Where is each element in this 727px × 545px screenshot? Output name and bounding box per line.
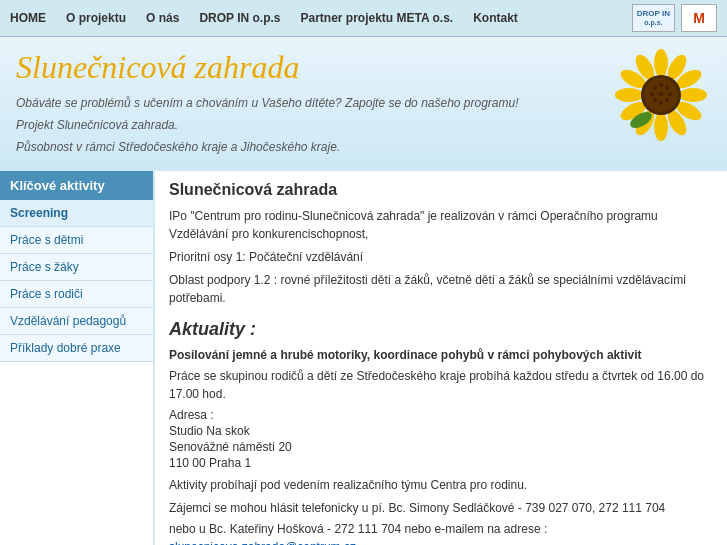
email-link[interactable]: slunecnicova.zahrada@centrum.cz (169, 540, 356, 545)
content-title: Slunečnicová zahrada (169, 181, 713, 199)
sidebar-item-vzdelavani-pedagogu[interactable]: Vzdělávání pedagogů (0, 308, 153, 335)
main-content: Slunečnicová zahrada IPo "Centrum pro ro… (153, 171, 727, 545)
svg-point-17 (650, 92, 654, 96)
hero-text: Obáváte se problémů s učením a chováním … (16, 94, 711, 158)
svg-point-9 (615, 88, 643, 102)
svg-point-3 (679, 88, 707, 102)
sidebar-item-prace-s-detmi[interactable]: Práce s dětmi (0, 227, 153, 254)
sunflower-image (611, 45, 711, 145)
svg-point-19 (668, 92, 672, 96)
site-title: Slunečnicová zahrada (16, 49, 711, 86)
nav-logos: DROP INo.p.s. M (632, 4, 717, 32)
sidebar-item-screening[interactable]: Screening (0, 200, 153, 227)
sidebar: Klíčové aktivity Screening Práce s dětmi… (0, 171, 153, 545)
logo-drop-in: DROP INo.p.s. (632, 4, 675, 32)
nav-meta[interactable]: Partner projektu META o.s. (301, 11, 454, 25)
contact-line-2: nebo u Bc. Kateřiny Hošková - 272 111 70… (169, 520, 713, 545)
svg-point-0 (654, 49, 668, 77)
nav-home[interactable]: HOME (10, 11, 46, 25)
sidebar-item-priklady-dobre-praxe[interactable]: Příklady dobré praxe (0, 335, 153, 362)
svg-point-22 (659, 101, 663, 105)
svg-point-14 (659, 83, 663, 87)
svg-point-15 (653, 86, 657, 90)
main-layout: Klíčové aktivity Screening Práce s dětmi… (0, 171, 727, 545)
address-line-2: Senovážné náměstí 20 (169, 440, 713, 454)
address-line-3: 110 00 Praha 1 (169, 456, 713, 470)
news-heading: Posilování jemné a hrubé motoriky, koord… (169, 348, 713, 362)
hero-line3: Působnost v rámci Středočeského kraje a … (16, 138, 711, 157)
hero-section: Slunečnicová zahrada Obáváte se problémů… (0, 37, 727, 171)
sidebar-item-prace-s-rodici[interactable]: Práce s rodiči (0, 281, 153, 308)
sidebar-item-prace-s-zaky[interactable]: Práce s žáky (0, 254, 153, 281)
address-line-1: Studio Na skok (169, 424, 713, 438)
contact-line-1: Zájemci se mohou hlásit telefonicky u pí… (169, 499, 713, 517)
news-body: Práce se skupinou rodičů a dětí ze Střed… (169, 367, 713, 403)
svg-point-16 (665, 86, 669, 90)
nav-o-projektu[interactable]: O projektu (66, 11, 126, 25)
svg-point-6 (654, 113, 668, 141)
top-navigation: HOME O projektu O nás DROP IN o.p.s Part… (0, 0, 727, 37)
svg-point-20 (653, 98, 657, 102)
logo-meta: M (681, 4, 717, 32)
content-para3: Oblast podpory 1.2 : rovné příležitosti … (169, 271, 713, 307)
activity-info: Aktivity probíhají pod vedením realizačn… (169, 476, 713, 494)
svg-point-21 (665, 98, 669, 102)
nav-o-nas[interactable]: O nás (146, 11, 179, 25)
nav-kontakt[interactable]: Kontakt (473, 11, 518, 25)
hero-line1: Obáváte se problémů s učením a chováním … (16, 94, 711, 113)
nav-drop-in[interactable]: DROP IN o.p.s (199, 11, 280, 25)
address-label: Adresa : (169, 408, 713, 422)
content-para1: IPo "Centrum pro rodinu-Slunečnicová zah… (169, 207, 713, 243)
hero-line2: Projekt Slunečnicová zahrada. (16, 116, 711, 135)
aktuality-title: Aktuality : (169, 319, 713, 340)
svg-point-18 (659, 92, 663, 96)
content-para2: Prioritní osy 1: Počáteční vzdělávání (169, 248, 713, 266)
sidebar-header: Klíčové aktivity (0, 171, 153, 200)
